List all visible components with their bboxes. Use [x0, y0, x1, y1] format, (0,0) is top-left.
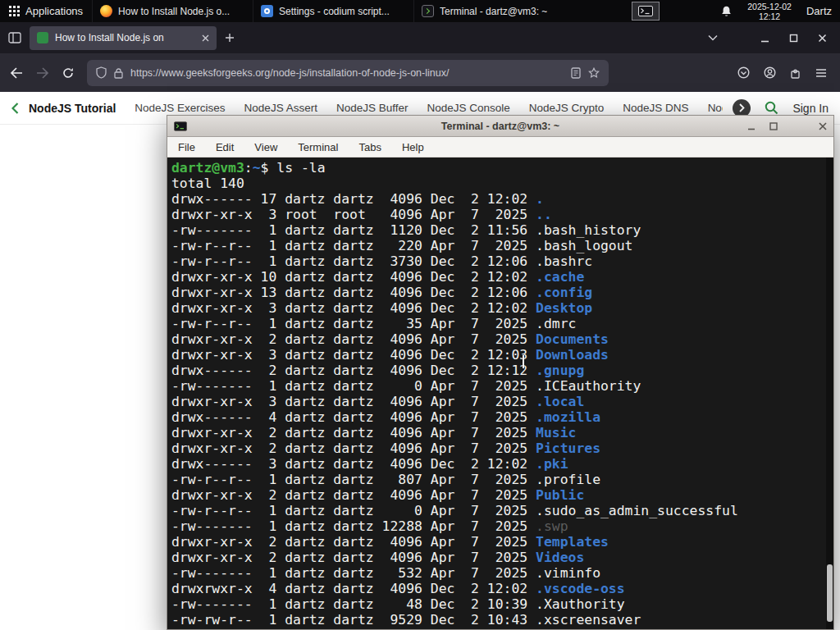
search-icon[interactable] — [765, 101, 778, 115]
taskbar-button-firefox[interactable]: How to Install Node.js o... — [92, 0, 253, 22]
terminal-scrollbar[interactable] — [826, 158, 833, 629]
close-button[interactable] — [818, 34, 827, 43]
nav-link-nodejs-tutorial[interactable]: NodeJS Tutorial — [29, 102, 116, 115]
tray-terminal-button[interactable] — [632, 2, 660, 21]
back-button[interactable] — [10, 67, 23, 79]
sign-in-button[interactable]: Sign In — [792, 102, 829, 115]
file-name: .swp — [536, 518, 568, 534]
file-name: .mozilla — [536, 409, 600, 425]
browser-tab[interactable]: How to Install Node.js on — [30, 26, 217, 50]
clock[interactable]: 2025-12-02 12:12 — [747, 2, 792, 21]
url-bar[interactable]: https://www.geeksforgeeks.org/node-js/in… — [87, 60, 609, 86]
terminal-listing-row: drwxr-xr-x 2 dartz dartz 4096 Apr 7 2025… — [171, 331, 822, 347]
file-name: Music — [536, 425, 576, 441]
terminal-close-button[interactable] — [819, 122, 827, 130]
nav-link-nodejs-exercises[interactable]: NodeJS Exercises — [135, 102, 225, 114]
menu-help[interactable]: Help — [402, 141, 424, 153]
file-meta: drwx------ 2 dartz dartz 4096 Dec 2 12:1… — [171, 363, 536, 378]
notification-bell-icon[interactable] — [720, 5, 733, 18]
terminal-listing-row: drwxr-xr-x 3 dartz dartz 4096 Dec 2 12:0… — [171, 347, 822, 363]
file-meta: drwxr-xr-x 2 dartz dartz 4096 Apr 7 2025 — [171, 534, 536, 550]
nav-link-nodejs-crypto[interactable]: NodeJS Crypto — [529, 102, 605, 114]
nav-link-nodejs-assert[interactable]: NodeJS Assert — [244, 102, 317, 114]
taskbar-button-title: Terminal - dartz@vm3: ~ — [440, 6, 547, 17]
terminal-listing-row: drwxr-xr-x 3 dartz dartz 4096 Apr 7 2025… — [171, 394, 822, 409]
maximize-button[interactable] — [789, 34, 798, 43]
applications-grid-icon — [9, 6, 20, 16]
tracking-protection-shield-icon[interactable] — [96, 66, 107, 79]
lock-icon — [114, 67, 123, 79]
file-name: .viminfo — [536, 565, 600, 581]
terminal-maximize-button[interactable] — [769, 122, 778, 130]
taskbar-button-terminal[interactable]: Terminal - dartz@vm3: ~ — [413, 0, 574, 22]
file-meta: drwxr-xr-x 3 dartz dartz 4096 Dec 2 12:0… — [171, 300, 536, 316]
terminal-titlebar[interactable]: Terminal - dartz@vm3: ~ — [167, 116, 833, 137]
nav-link-nodejs-dns[interactable]: NodeJS DNS — [623, 102, 688, 114]
nav-link-nodejs-console[interactable]: NodeJS Console — [427, 102, 509, 114]
firefox-view-icon[interactable] — [8, 32, 21, 43]
terminal-listing-row: drwxr-xr-x 3 dartz dartz 4096 Dec 2 12:0… — [171, 300, 822, 316]
user-label: Dartz — [806, 5, 832, 17]
nav-link-nodejs-buffer[interactable]: NodeJS Buffer — [336, 102, 409, 114]
file-name: .sudo_as_admin_successful — [536, 503, 738, 518]
menu-edit[interactable]: Edit — [216, 141, 234, 153]
tab-close-icon[interactable] — [202, 34, 209, 42]
url-text[interactable]: https://www.geeksforgeeks.org/node-js/in… — [130, 67, 564, 79]
file-meta: drwxr-xr-x 10 dartz dartz 4096 Dec 2 12:… — [171, 269, 536, 285]
file-name: .ICEauthority — [536, 378, 641, 394]
gfg-favicon — [37, 32, 48, 43]
applications-label: Applications — [25, 5, 83, 17]
file-name: .vscode-oss — [536, 581, 625, 596]
file-meta: -rw------- 1 dartz dartz 0 Apr 7 2025 — [171, 378, 536, 394]
file-name: Documents — [536, 331, 609, 347]
menu-terminal[interactable]: Terminal — [298, 141, 338, 153]
terminal-minimize-button[interactable] — [747, 122, 756, 130]
menu-hamburger-icon[interactable] — [815, 68, 827, 78]
file-meta: -rw-r--r-- 1 dartz dartz 220 Apr 7 2025 — [171, 238, 536, 253]
nav-link-node[interactable]: Node — [708, 102, 724, 114]
terminal-scrollbar-thumb[interactable] — [827, 564, 833, 622]
file-name: Pictures — [536, 441, 600, 456]
terminal-menubar: FileEditViewTerminalTabsHelp — [167, 137, 833, 158]
terminal-window-controls — [747, 122, 827, 130]
file-meta: -rw-r--r-- 1 dartz dartz 3730 Dec 2 12:0… — [171, 253, 536, 269]
terminal-listing-row: drwxr-xr-x 2 dartz dartz 4096 Apr 7 2025… — [171, 550, 822, 565]
file-meta: drwx------ 17 dartz dartz 4096 Dec 2 12:… — [171, 191, 536, 207]
applications-menu-button[interactable]: Applications — [0, 0, 92, 22]
prompt-path: ~ — [253, 160, 261, 176]
taskbar-button-title: How to Install Node.js o... — [118, 6, 230, 17]
terminal-listing-row: drwxr-xr-x 2 dartz dartz 4096 Apr 7 2025… — [171, 487, 822, 503]
menu-file[interactable]: File — [178, 141, 195, 153]
reader-mode-icon[interactable] — [571, 67, 581, 79]
terminal-listing-row: -rw-r--r-- 1 dartz dartz 220 Apr 7 2025 … — [171, 238, 822, 253]
menu-tabs[interactable]: Tabs — [358, 141, 381, 153]
minimize-button[interactable] — [760, 34, 769, 43]
forward-button[interactable] — [36, 67, 49, 79]
file-name: . — [536, 191, 544, 207]
file-meta: drwxr-xr-x 2 dartz dartz 4096 Apr 7 2025 — [171, 425, 536, 441]
reload-button[interactable] — [62, 67, 74, 79]
prompt-colon: : — [244, 160, 253, 176]
prompt-user: dartz@vm3 — [171, 160, 244, 176]
menu-view[interactable]: View — [254, 141, 277, 153]
terminal-window-title: Terminal - dartz@vm3: ~ — [167, 121, 833, 132]
pocket-icon[interactable] — [737, 66, 750, 79]
account-icon[interactable] — [764, 66, 776, 79]
terminal-listing-row: -rw------- 1 dartz dartz 532 Apr 7 2025 … — [171, 565, 822, 581]
extensions-icon[interactable] — [790, 67, 801, 79]
terminal-listing-row: -rw------- 1 dartz dartz 12288 Apr 7 202… — [171, 518, 822, 534]
file-name: .pki — [536, 456, 568, 472]
new-tab-button[interactable] — [225, 33, 235, 43]
file-name: .config — [536, 285, 592, 300]
chevron-left-icon[interactable] — [11, 103, 19, 114]
file-name: .local — [536, 394, 584, 409]
terminal-body[interactable]: dartz@vm3:~$ ls -latotal 140drwx------ 1… — [167, 158, 833, 629]
bookmark-star-icon[interactable] — [588, 67, 600, 79]
terminal-listing-row: -rw-r--r-- 1 dartz dartz 0 Apr 7 2025 .s… — [171, 503, 822, 518]
taskbar-button-settings[interactable]: Settings - codium script... — [253, 0, 413, 22]
terminal-listing-row: drwxr-xr-x 3 root root 4096 Apr 7 2025 .… — [171, 207, 822, 222]
terminal-listing-row: drwxr-xr-x 2 dartz dartz 4096 Apr 7 2025… — [171, 441, 822, 456]
navbar-right-icons — [737, 66, 830, 79]
tab-list-chevron-icon[interactable] — [708, 34, 718, 41]
terminal-listing-row: drwxr-xr-x 10 dartz dartz 4096 Dec 2 12:… — [171, 269, 822, 285]
